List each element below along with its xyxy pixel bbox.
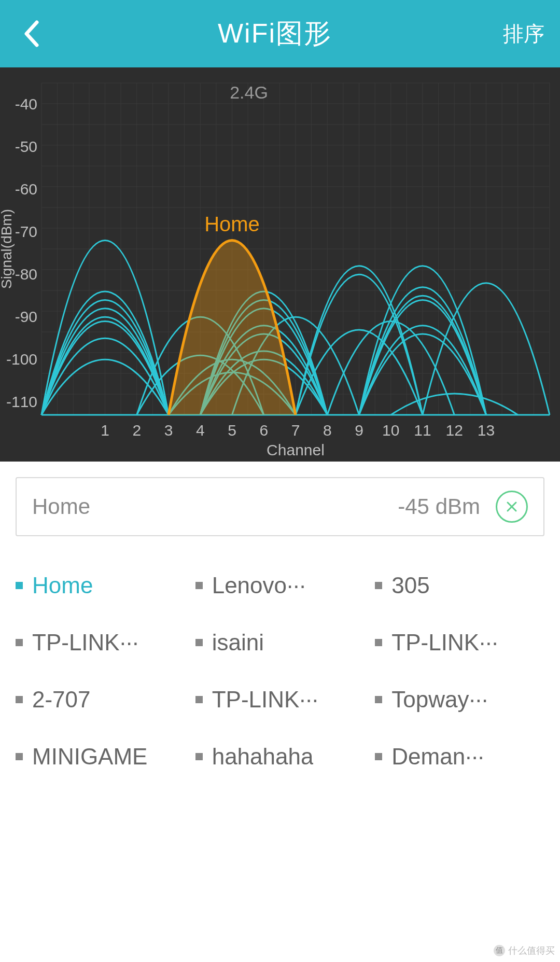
network-item[interactable]: Home [16, 573, 185, 598]
network-item[interactable]: Deman··· [375, 744, 544, 770]
svg-text:2.4G: 2.4G [230, 82, 268, 102]
network-item-label: TP-LINK··· [212, 687, 318, 713]
network-item[interactable]: hahahaha [195, 744, 365, 770]
selected-network-signal: -45 dBm [398, 494, 480, 519]
network-item-label: 305 [391, 573, 429, 598]
svg-text:-40: -40 [15, 95, 37, 113]
page-title: WiFi图形 [218, 16, 332, 52]
svg-text:12: 12 [446, 422, 463, 439]
svg-text:4: 4 [196, 422, 205, 439]
back-button[interactable] [16, 18, 47, 49]
network-item-label: Topway··· [391, 687, 488, 713]
svg-text:-110: -110 [6, 393, 37, 410]
svg-text:Signal(dBm): Signal(dBm) [0, 209, 15, 289]
svg-text:Channel: Channel [267, 441, 325, 458]
bullet-icon [16, 582, 23, 589]
network-item-label: TP-LINK··· [391, 630, 498, 656]
app-header: WiFi图形 排序 [0, 0, 560, 67]
network-list: HomeLenovo···305TP-LINK···isainiTP-LINK·… [0, 573, 560, 770]
network-item[interactable]: TP-LINK··· [16, 630, 185, 656]
svg-text:-90: -90 [15, 308, 37, 325]
bullet-icon [16, 696, 23, 703]
network-item-label: Deman··· [391, 744, 484, 770]
svg-text:1: 1 [101, 422, 109, 439]
network-item-label: Home [32, 573, 93, 598]
network-item-label: hahahaha [212, 744, 314, 770]
wifi-signal-chart: -40-50-60-70-80-90-100-11012345678910111… [0, 67, 560, 462]
bullet-icon [375, 582, 382, 589]
network-item-label: isaini [212, 630, 264, 656]
bullet-icon [16, 639, 23, 646]
selected-network-name: Home [32, 494, 90, 519]
bullet-icon [195, 753, 203, 760]
network-item[interactable]: isaini [195, 630, 365, 656]
svg-text:13: 13 [478, 422, 495, 439]
network-item[interactable]: Topway··· [375, 687, 544, 713]
svg-text:10: 10 [382, 422, 399, 439]
svg-text:-80: -80 [15, 266, 37, 283]
svg-text:8: 8 [323, 422, 332, 439]
network-item-label: TP-LINK··· [32, 630, 138, 656]
bullet-icon [195, 639, 203, 646]
bullet-icon [375, 753, 382, 760]
svg-text:5: 5 [228, 422, 236, 439]
svg-text:2: 2 [132, 422, 141, 439]
network-item-label: 2-707 [32, 687, 91, 713]
close-icon [506, 500, 518, 513]
watermark: 值 什么值得买 [494, 944, 555, 957]
svg-text:3: 3 [164, 422, 173, 439]
svg-text:Home: Home [204, 213, 260, 235]
network-item-label: MINIGAME [32, 744, 147, 770]
network-item[interactable]: Lenovo··· [195, 573, 365, 598]
watermark-text: 什么值得买 [508, 944, 555, 957]
chevron-left-icon [22, 20, 40, 47]
bullet-icon [375, 639, 382, 646]
network-item[interactable]: 305 [375, 573, 544, 598]
clear-selection-button[interactable] [496, 491, 528, 523]
watermark-badge-icon: 值 [494, 945, 505, 956]
network-item[interactable]: TP-LINK··· [375, 630, 544, 656]
bullet-icon [375, 696, 382, 703]
sort-button[interactable]: 排序 [503, 20, 544, 48]
selected-network-panel: Home -45 dBm [0, 462, 560, 552]
selected-network-box[interactable]: Home -45 dBm [16, 477, 544, 536]
svg-text:-100: -100 [6, 351, 37, 368]
bullet-icon [195, 696, 203, 703]
svg-text:9: 9 [355, 422, 363, 439]
network-item[interactable]: TP-LINK··· [195, 687, 365, 713]
bullet-icon [195, 582, 203, 589]
svg-text:7: 7 [291, 422, 300, 439]
network-item[interactable]: MINIGAME [16, 744, 185, 770]
svg-text:11: 11 [414, 422, 431, 439]
svg-text:6: 6 [259, 422, 268, 439]
network-item-label: Lenovo··· [212, 573, 306, 598]
svg-text:-50: -50 [15, 138, 37, 155]
network-item[interactable]: 2-707 [16, 687, 185, 713]
bullet-icon [16, 753, 23, 760]
svg-text:-70: -70 [15, 223, 37, 240]
svg-text:-60: -60 [15, 180, 37, 198]
